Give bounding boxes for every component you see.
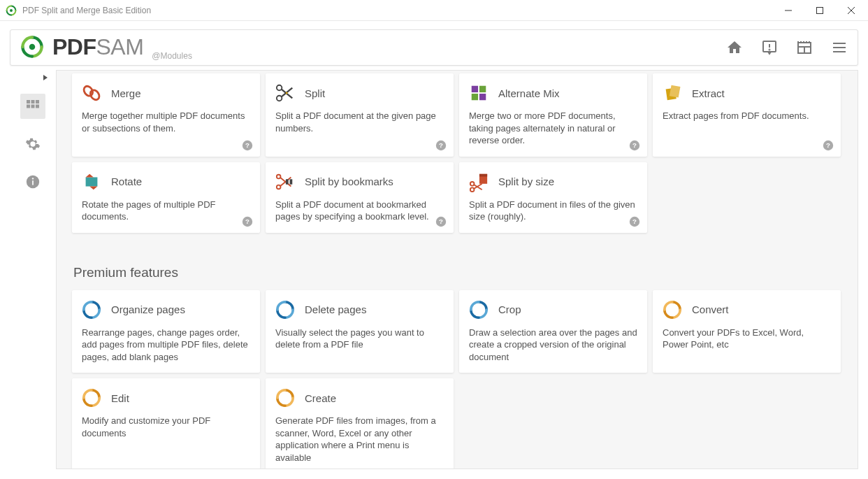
card-extract[interactable]: Extract Extract pages from PDF documents… (653, 73, 841, 157)
help-icon[interactable]: ? (242, 216, 253, 227)
home-icon[interactable] (726, 39, 743, 56)
expand-sidebar-icon[interactable] (42, 74, 49, 81)
svg-rect-50 (479, 173, 487, 176)
maximize-button[interactable] (804, 0, 835, 21)
card-split[interactable]: Split Split a PDF document at the given … (266, 73, 454, 157)
card-desc: Split a PDF document at the given page n… (275, 110, 444, 134)
card-desc: Merge together multiple PDF documents or… (82, 110, 250, 134)
svg-point-21 (89, 88, 101, 101)
card-title: Create (305, 392, 336, 404)
premium-swirl-orange-icon (275, 388, 295, 408)
help-icon[interactable]: ? (435, 216, 447, 227)
svg-rect-28 (472, 86, 478, 92)
svg-rect-30 (472, 94, 478, 100)
card-convert[interactable]: Convert Convert your PDFs to Excel, Word… (653, 290, 841, 373)
split-size-icon (469, 172, 489, 192)
sidebar-modules-icon[interactable] (20, 94, 45, 119)
extract-icon (663, 83, 682, 103)
window-controls (772, 0, 867, 21)
card-title: Organize pages (111, 303, 185, 315)
sidebar (10, 70, 56, 469)
svg-rect-13 (36, 100, 39, 103)
help-icon[interactable]: ? (242, 140, 253, 151)
svg-point-5 (769, 50, 770, 50)
card-desc: Merge two or more PDF documents, taking … (469, 110, 637, 147)
card-alternate-mix[interactable]: Alternate Mix Merge two or more PDF docu… (459, 73, 647, 157)
svg-point-0 (10, 9, 13, 12)
card-desc: Modify and customize your PDF documents (82, 415, 250, 439)
minimize-button[interactable] (772, 0, 804, 21)
notification-icon[interactable] (761, 39, 778, 56)
card-split-size[interactable]: Split by size Split a PDF document in fi… (459, 162, 647, 233)
window-title: PDF Split and Merge Basic Edition (22, 6, 151, 15)
premium-swirl-blue-icon (275, 300, 295, 320)
rotate-icon (82, 172, 101, 192)
card-title: Rotate (111, 176, 142, 187)
card-edit[interactable]: Edit Modify and customize your PDF docum… (72, 378, 260, 469)
help-icon[interactable]: ? (823, 140, 834, 151)
app-logo-small (6, 5, 17, 16)
menu-icon[interactable] (831, 39, 848, 56)
module-scroll-area[interactable]: Merge Merge together multiple PDF docume… (56, 70, 858, 469)
svg-text:?: ? (439, 141, 443, 149)
brand-sam: SAM (96, 34, 144, 59)
card-title: Alternate Mix (498, 87, 560, 99)
svg-rect-38 (86, 177, 98, 186)
card-title: Split (305, 87, 325, 99)
card-title: Split by size (498, 176, 554, 187)
svg-text:?: ? (245, 141, 249, 149)
card-desc: Draw a selection area over the pages and… (469, 327, 637, 364)
close-button[interactable] (835, 0, 867, 21)
topbar: PDFSAM @Modules (10, 29, 858, 66)
card-crop[interactable]: Crop Draw a selection area over the page… (459, 290, 647, 373)
card-title: Delete pages (305, 303, 366, 315)
app-logo-icon (20, 35, 44, 59)
card-title: Edit (111, 392, 129, 404)
premium-swirl-orange-icon (663, 300, 682, 320)
card-desc: Generate PDF files from images, from a s… (275, 415, 444, 464)
card-title: Extract (692, 87, 725, 99)
card-desc: Extract pages from PDF documents. (663, 110, 831, 122)
svg-point-19 (32, 178, 34, 179)
help-icon[interactable]: ? (629, 216, 640, 227)
svg-rect-43 (286, 179, 289, 184)
news-icon[interactable] (796, 39, 813, 56)
svg-rect-1 (816, 7, 823, 13)
svg-rect-35 (670, 85, 681, 98)
window-titlebar: PDF Split and Merge Basic Edition (0, 0, 868, 21)
svg-rect-31 (479, 94, 486, 100)
svg-rect-18 (32, 180, 34, 185)
card-desc: Convert your PDFs to Excel, Word, Power … (663, 327, 831, 351)
card-merge[interactable]: Merge Merge together multiple PDF docume… (72, 73, 260, 157)
svg-rect-14 (27, 105, 30, 108)
card-split-bookmarks[interactable]: Split by bookmarks Split a PDF document … (266, 162, 454, 233)
card-desc: Split a PDF document in files of the giv… (469, 199, 637, 223)
svg-text:?: ? (632, 141, 637, 149)
brand-sub: @Modules (152, 51, 192, 61)
card-rotate[interactable]: Rotate Rotate the pages of multiple PDF … (72, 162, 260, 233)
svg-text:?: ? (439, 217, 443, 225)
svg-rect-44 (290, 179, 293, 184)
card-desc: Rearrange pages, change pages order, add… (82, 327, 250, 364)
sidebar-info-icon[interactable] (20, 169, 45, 194)
merge-icon (82, 83, 101, 103)
svg-text:?: ? (826, 141, 830, 149)
split-bookmarks-icon (275, 172, 295, 192)
alternate-mix-icon (469, 83, 489, 103)
help-icon[interactable]: ? (629, 140, 640, 151)
sidebar-settings-icon[interactable] (20, 131, 45, 157)
card-organize-pages[interactable]: Organize pages Rearrange pages, change p… (72, 290, 260, 373)
brand-pdf: PDF (52, 34, 96, 59)
svg-text:?: ? (632, 217, 637, 225)
svg-text:?: ? (245, 217, 249, 225)
premium-section-title: Premium features (73, 265, 858, 280)
card-create[interactable]: Create Generate PDF files from images, f… (266, 378, 454, 469)
card-desc: Split a PDF document at bookmarked pages… (275, 199, 444, 223)
premium-swirl-blue-icon (82, 300, 101, 320)
svg-rect-12 (31, 100, 35, 103)
card-delete-pages[interactable]: Delete pages Visually select the pages y… (266, 290, 454, 373)
svg-rect-29 (479, 86, 486, 92)
help-icon[interactable]: ? (435, 140, 447, 151)
card-title: Convert (692, 303, 729, 315)
card-desc: Visually select the pages you want to de… (275, 327, 444, 351)
